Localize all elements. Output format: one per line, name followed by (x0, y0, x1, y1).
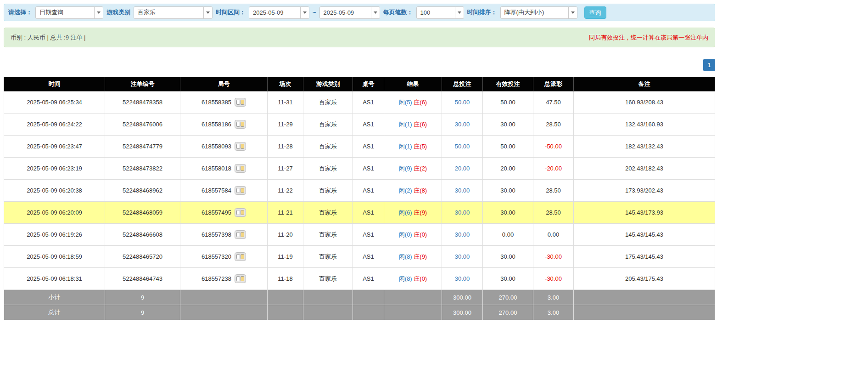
cell-result: 闲(2) 庄(8) (384, 180, 442, 202)
total-count: 9 (105, 305, 180, 320)
cell-game-type: 百家乐 (303, 246, 353, 268)
cell-result: 闲(9) 庄(2) (384, 158, 442, 180)
cell-valid-bet: 50.00 (483, 91, 533, 113)
cell-note: 132.43/160.93 (574, 113, 715, 136)
replay-icon[interactable] (235, 230, 246, 239)
game-type-select[interactable]: 百家乐 (134, 6, 213, 19)
cell-round-id: 618557320 (180, 246, 268, 268)
table-row: 2025-05-09 06:25:34 522488478358 6185583… (4, 91, 715, 113)
table-row: 2025-05-09 06:20:09 522488468059 6185574… (4, 202, 715, 224)
total-empty (303, 305, 353, 320)
table-row: 2025-05-09 06:18:59 522488465720 6185573… (4, 246, 715, 268)
player-result: 闲(8) (399, 275, 412, 282)
sort-order-value: 降幂(由大到小) (501, 7, 568, 18)
replay-icon[interactable] (235, 98, 246, 107)
query-type-value: 日期查询 (36, 7, 94, 18)
cell-result: 闲(0) 庄(0) (384, 224, 442, 246)
cell-game-type: 百家乐 (303, 180, 353, 202)
date-from-select[interactable]: 2025-05-09 (249, 6, 309, 19)
banker-result: 庄(0) (414, 275, 427, 282)
game-type-value: 百家乐 (134, 7, 203, 18)
table-body: 2025-05-09 06:25:34 522488478358 6185583… (4, 91, 715, 290)
summary-bar: 币别 : 人民币 | 总共 :9 注单 | 同局有效投注，统一计算在该局第一张注… (4, 28, 715, 47)
total-empty (574, 305, 715, 320)
total-bet-link[interactable]: 50.00 (455, 99, 470, 106)
cell-payout: 0.00 (533, 224, 574, 246)
cell-time: 2025-05-09 06:18:31 (4, 268, 105, 290)
replay-icon[interactable] (235, 252, 246, 261)
page-size-select[interactable]: 100 (416, 6, 464, 19)
query-type-select[interactable]: 日期查询 (35, 6, 103, 19)
cell-payout: -30.00 (533, 246, 574, 268)
total-bet-link[interactable]: 30.00 (455, 253, 470, 260)
total-total-bet: 300.00 (442, 305, 483, 320)
cell-total-bet: 30.00 (442, 180, 483, 202)
chevron-down-icon (568, 7, 577, 18)
total-bet-link[interactable]: 30.00 (455, 231, 470, 238)
cell-time: 2025-05-09 06:20:38 (4, 180, 105, 202)
total-label: 总计 (4, 305, 105, 320)
player-result: 闲(8) (399, 253, 412, 260)
filter-label-page-size: 每页笔数： (383, 8, 413, 17)
cell-session: 11-18 (268, 268, 303, 290)
cell-time: 2025-05-09 06:20:09 (4, 202, 105, 224)
replay-icon[interactable] (235, 274, 246, 283)
sort-order-select[interactable]: 降幂(由大到小) (500, 6, 577, 19)
total-bet-link[interactable]: 20.00 (455, 165, 470, 172)
cell-round-id: 618558093 (180, 136, 268, 158)
total-bet-link[interactable]: 30.00 (455, 187, 470, 194)
replay-icon[interactable] (235, 120, 246, 129)
replay-icon[interactable] (235, 142, 246, 151)
round-id-text: 618557584 (202, 187, 231, 194)
round-id-text: 618558186 (202, 121, 231, 128)
subtotal-total-bet: 300.00 (442, 290, 483, 305)
table-head-row: 时间注单编号局号场次游戏类别桌号结果总投注有效投注总派彩备注 (4, 77, 715, 91)
filter-label-time-range: 时间区间： (216, 8, 246, 17)
page-button-1[interactable]: 1 (703, 59, 715, 71)
round-id-text: 618557238 (202, 275, 231, 282)
column-header: 总投注 (442, 77, 483, 91)
cell-round-id: 618557584 (180, 180, 268, 202)
cell-bet-id: 522488474779 (105, 136, 180, 158)
round-id-text: 618557398 (202, 231, 231, 238)
subtotal-count: 9 (105, 290, 180, 305)
table-row: 2025-05-09 06:24:22 522488476006 6185581… (4, 113, 715, 136)
banker-result: 庄(6) (414, 99, 427, 106)
replay-icon[interactable] (235, 186, 246, 195)
cell-payout: 28.50 (533, 202, 574, 224)
total-row: 总计 9 300.00 270.00 3.00 (4, 305, 715, 320)
date-to-select[interactable]: 2025-05-09 (319, 6, 380, 19)
date-from-value: 2025-05-09 (249, 7, 300, 18)
replay-icon[interactable] (235, 164, 246, 173)
query-button[interactable]: 查询 (584, 6, 606, 19)
total-bet-link[interactable]: 30.00 (455, 275, 470, 282)
column-header: 场次 (268, 77, 303, 91)
chevron-down-icon (94, 7, 103, 18)
cell-bet-id: 522488478358 (105, 91, 180, 113)
cell-game-type: 百家乐 (303, 224, 353, 246)
date-range-separator: ~ (313, 9, 316, 16)
banker-result: 庄(0) (414, 231, 427, 238)
cell-total-bet: 30.00 (442, 224, 483, 246)
total-bet-link[interactable]: 30.00 (455, 121, 470, 128)
filter-label-game-type: 游戏类别 (106, 8, 130, 17)
column-header: 总派彩 (533, 77, 574, 91)
cell-result: 闲(8) 庄(9) (384, 246, 442, 268)
cell-note: 175.43/145.43 (574, 246, 715, 268)
total-empty (180, 305, 268, 320)
total-bet-link[interactable]: 50.00 (455, 143, 470, 150)
cell-result: 闲(5) 庄(6) (384, 91, 442, 113)
cell-total-bet: 50.00 (442, 91, 483, 113)
replay-icon[interactable] (235, 208, 246, 217)
cell-result: 闲(1) 庄(6) (384, 113, 442, 136)
total-bet-link[interactable]: 30.00 (455, 209, 470, 216)
round-id-text: 618557495 (202, 209, 231, 216)
notice-text: 同局有效投注，统一计算在该局第一张注单内 (589, 34, 708, 42)
cell-payout: -20.00 (533, 158, 574, 180)
subtotal-row: 小计 9 300.00 270.00 3.00 (4, 290, 715, 305)
cell-bet-id: 522488464743 (105, 268, 180, 290)
cell-note: 202.43/182.43 (574, 158, 715, 180)
cell-round-id: 618558186 (180, 113, 268, 136)
table-row: 2025-05-09 06:19:26 522488466608 6185573… (4, 224, 715, 246)
chevron-down-icon (455, 7, 464, 18)
